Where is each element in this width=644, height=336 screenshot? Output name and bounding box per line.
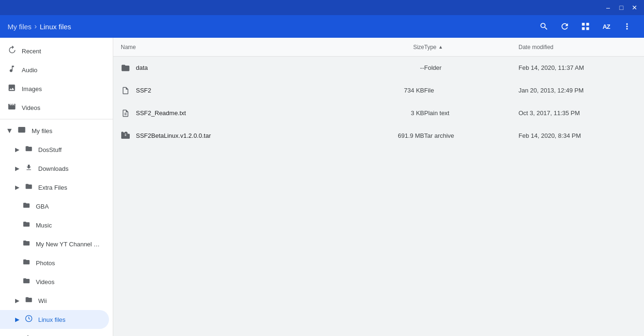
file-name: SSF2BetaLinux.v1.2.0.0.tar [136,132,211,139]
expand-icon-downloads: ▶ [15,165,19,172]
sidebar-label-audio: Audio [22,67,37,74]
sidebar-item-myfiles[interactable]: ▶ My files [0,121,109,140]
header: My files › Linux files AZ [0,15,644,38]
sidebar-item-recent[interactable]: Recent [0,42,109,60]
images-icon [8,84,16,94]
main-layout: Recent Audio Images Videos ▶ [0,38,644,336]
col-header-type[interactable]: Type ▲ [424,44,519,50]
recent-icon [8,46,16,56]
text-file-icon [121,109,130,118]
sidebar-item-downloads[interactable]: ▶ Downloads [0,159,109,178]
col-header-date[interactable]: Date modified [519,44,636,50]
title-bar: – □ ✕ [0,0,644,15]
sidebar-label-recent: Recent [22,48,41,55]
file-icon [121,86,130,95]
file-date-data: Feb 14, 2020, 11:37 AM [519,64,636,71]
sidebar-item-gba[interactable]: GBA [0,197,109,216]
file-size-ssf2: 734 KB [368,87,424,94]
folder-icon [121,63,130,73]
gba-icon [23,202,30,211]
maximize-button[interactable]: □ [616,2,627,13]
grid-view-button[interactable] [576,17,595,36]
downloads-icon [25,164,33,173]
refresh-button[interactable] [555,17,574,36]
myfiles-icon [17,126,26,136]
table-header: Name Size Type ▲ Date modified [113,38,644,57]
sidebar-label-downloads: Downloads [38,165,68,172]
sidebar-item-audio[interactable]: Audio [0,60,109,79]
sidebar-item-music[interactable]: Music [0,216,109,235]
search-button[interactable] [535,17,553,36]
breadcrumb: My files › Linux files [8,22,531,31]
sort-label: AZ [602,23,610,30]
sidebar-item-videos[interactable]: Videos [0,98,109,117]
file-type-data: Folder [424,64,519,71]
table-row[interactable]: data -- Folder Feb 14, 2020, 11:37 AM [113,57,644,79]
file-date-tar: Feb 14, 2020, 8:34 PM [519,132,636,139]
music-icon [23,220,30,230]
file-size-data: -- [368,64,424,71]
sidebar-label-photos: Photos [36,260,55,267]
file-name-cell-tar: SSF2BetaLinux.v1.2.0.0.tar [121,131,368,141]
playfiles-icon [25,334,33,336]
file-name-cell-data: data [121,63,368,73]
sidebar-item-mynewyt[interactable]: My New YT Channel Bann... [0,235,109,253]
expand-icon-wii: ▶ [15,297,19,304]
sort-arrow-type: ▲ [438,44,443,50]
table-row[interactable]: SSF2 734 KB File Jan 20, 2013, 12:49 PM [113,79,644,102]
expand-icon-myfiles: ▶ [7,129,13,133]
file-name: SSF2 [136,87,151,94]
sort-button[interactable]: AZ [597,17,616,36]
sidebar-item-photos[interactable]: Photos [0,253,109,272]
file-type-tar: Tar archive [424,132,519,139]
file-date-readme: Oct 3, 2017, 11:35 PM [519,109,636,117]
sidebar-item-dosstuff[interactable]: ▶ DosStuff [0,140,109,159]
more-menu-button[interactable] [618,17,636,36]
sidebar-label-extrafiles: Extra Files [38,184,67,191]
file-name: data [136,64,148,71]
file-date-ssf2: Jan 20, 2013, 12:49 PM [519,87,636,94]
file-area: Name Size Type ▲ Date modified dat [113,38,644,336]
dosstuff-icon [25,145,33,154]
videos-sub-icon [23,277,30,286]
table-row[interactable]: SSF2BetaLinux.v1.2.0.0.tar 691.9 MB Tar … [113,125,644,147]
breadcrumb-current: Linux files [40,23,71,31]
sidebar-item-playfiles[interactable]: ▶ Play files [0,329,109,336]
expand-icon-extrafiles: ▶ [15,184,19,191]
sidebar-label-gba: GBA [36,203,49,210]
file-size-tar: 691.9 MB [368,132,424,139]
audio-icon [8,65,16,75]
sidebar-label-videos-sub: Videos [36,278,55,286]
close-button[interactable]: ✕ [629,2,640,13]
mynewyt-icon [23,239,30,249]
breadcrumb-root[interactable]: My files [8,23,32,31]
linuxfiles-icon [25,315,33,324]
col-name-label: Name [121,44,136,50]
expand-icon-dosstuff: ▶ [15,146,19,153]
sidebar-item-videos-sub[interactable]: Videos [0,272,109,291]
sidebar-label-music: Music [36,222,52,229]
file-type-ssf2: File [424,87,519,94]
sidebar-item-extrafiles[interactable]: ▶ Extra Files [0,178,109,197]
file-name-cell-readme: SSF2_Readme.txt [121,109,368,118]
table-row[interactable]: SSF2_Readme.txt 3 KB Plain text Oct 3, 2… [113,102,644,125]
minimize-button[interactable]: – [602,2,614,13]
sidebar-label-mynewyt: My New YT Channel Bann... [36,241,101,248]
sidebar-label-linuxfiles: Linux files [38,316,66,323]
header-actions: AZ [535,17,636,36]
sidebar: Recent Audio Images Videos ▶ [0,38,113,336]
sidebar-item-wii[interactable]: ▶ Wii [0,291,109,310]
col-header-name[interactable]: Name [121,44,368,50]
file-name-cell-ssf2: SSF2 [121,86,368,95]
sidebar-label-dosstuff: DosStuff [38,146,62,153]
col-type-label: Type [424,44,436,50]
sidebar-item-linuxfiles[interactable]: ▶ Linux files [0,310,109,329]
sidebar-item-images[interactable]: Images [0,79,109,98]
archive-icon [121,131,130,141]
file-name: SSF2_Readme.txt [136,109,186,117]
sidebar-label-videos: Videos [22,104,41,111]
expand-icon-linuxfiles: ▶ [15,316,19,323]
photos-icon [23,258,30,268]
videos-icon [8,102,16,113]
col-header-size[interactable]: Size [368,44,424,50]
